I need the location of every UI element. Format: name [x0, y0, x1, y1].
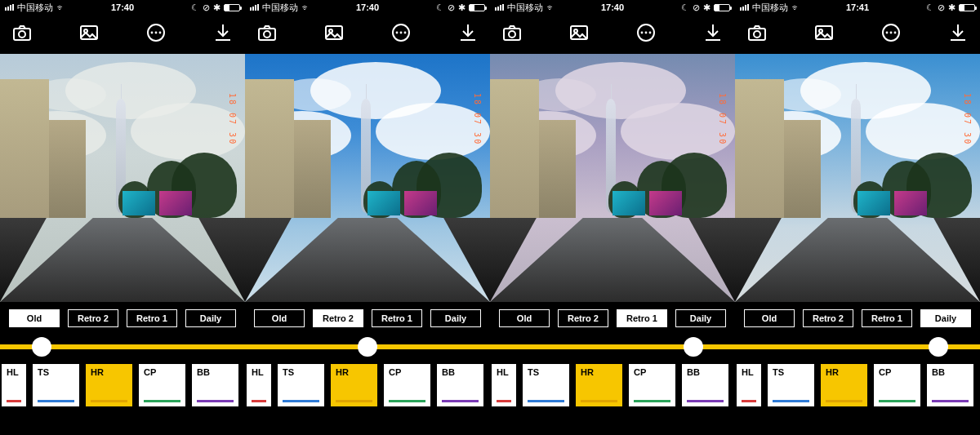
svg-point-1	[19, 31, 25, 38]
effect-hl[interactable]: HL	[247, 364, 271, 406]
preset-retro1[interactable]: Retro 1	[862, 309, 912, 327]
effect-hl[interactable]: HL	[492, 364, 516, 406]
effect-cp[interactable]: CP	[874, 364, 920, 406]
intensity-slider[interactable]	[245, 335, 490, 359]
more-button[interactable]	[390, 22, 412, 47]
download-icon	[457, 22, 479, 43]
preset-daily[interactable]: Daily	[430, 309, 481, 327]
effect-strip[interactable]: HLTSHRCPBB	[490, 359, 735, 411]
camera-icon	[501, 22, 523, 43]
intensity-slider[interactable]	[735, 335, 980, 359]
footer-spacer	[245, 411, 490, 435]
effect-bb[interactable]: BB	[437, 364, 483, 406]
effect-cp[interactable]: CP	[139, 364, 185, 406]
effect-color-bar	[742, 400, 756, 402]
preset-row: OldRetro 2Retro 1Daily	[735, 302, 980, 335]
preset-retro2[interactable]: Retro 2	[68, 309, 118, 327]
slider-thumb[interactable]	[929, 337, 948, 357]
download-button[interactable]	[702, 22, 724, 47]
intensity-slider[interactable]	[0, 335, 245, 359]
effect-ts[interactable]: TS	[278, 364, 324, 406]
clock: 17:40	[245, 2, 490, 12]
effect-strip[interactable]: HLTSHRCPBB	[245, 359, 490, 411]
preset-retro2[interactable]: Retro 2	[313, 309, 363, 327]
effect-hl[interactable]: HL	[2, 364, 26, 406]
effect-hr[interactable]: HR	[576, 364, 622, 406]
effect-bb[interactable]: BB	[927, 364, 973, 406]
gallery-button[interactable]	[813, 22, 835, 47]
effect-color-bar	[932, 400, 969, 402]
download-button[interactable]	[947, 22, 969, 47]
effect-ts[interactable]: TS	[33, 364, 79, 406]
preset-old[interactable]: Old	[499, 309, 550, 327]
effect-hr[interactable]: HR	[331, 364, 377, 406]
top-toolbar	[490, 15, 735, 54]
preset-retro1[interactable]: Retro 1	[372, 309, 422, 327]
camera-button[interactable]	[501, 22, 523, 47]
slider-thumb[interactable]	[358, 337, 377, 357]
battery-icon	[469, 4, 485, 11]
effect-cp[interactable]: CP	[629, 364, 675, 406]
effect-color-bar	[581, 400, 617, 402]
gallery-button[interactable]	[323, 22, 345, 47]
effect-hl[interactable]: HL	[737, 364, 761, 406]
preset-old[interactable]: Old	[254, 309, 305, 327]
intensity-slider[interactable]	[490, 335, 735, 359]
svg-point-9	[264, 31, 270, 38]
camera-button[interactable]	[11, 22, 33, 47]
effect-ts[interactable]: TS	[523, 364, 569, 406]
more-icon	[880, 22, 902, 43]
effect-hr[interactable]: HR	[86, 364, 132, 406]
preset-daily[interactable]: Daily	[675, 309, 726, 327]
effect-label: HR	[581, 367, 594, 377]
download-button[interactable]	[212, 22, 234, 47]
svg-point-6	[155, 32, 158, 34]
effect-strip[interactable]: HLTSHRCPBB	[0, 359, 245, 411]
effect-cp[interactable]: CP	[384, 364, 430, 406]
effect-color-bar	[826, 400, 862, 402]
slider-thumb[interactable]	[32, 337, 51, 357]
effect-label: HL	[7, 367, 19, 377]
effect-hr[interactable]: HR	[821, 364, 867, 406]
slider-thumb[interactable]	[684, 337, 703, 357]
gallery-button[interactable]	[78, 22, 100, 47]
date-stamp: 18 07 30	[473, 93, 482, 145]
preset-retro2[interactable]: Retro 2	[803, 309, 853, 327]
svg-point-29	[886, 32, 889, 34]
effect-color-bar	[687, 400, 724, 402]
footer-spacer	[735, 411, 980, 435]
more-icon	[635, 22, 657, 43]
effect-strip[interactable]: HLTSHRCPBB	[735, 359, 980, 411]
camera-button[interactable]	[746, 22, 768, 47]
effect-bb[interactable]: BB	[682, 364, 728, 406]
battery-icon	[959, 4, 975, 11]
more-icon	[145, 22, 167, 43]
more-button[interactable]	[145, 22, 167, 47]
photo-preview: 18 07 30	[245, 54, 490, 302]
screen-1: 中国移动ᯤ17:40☾⊘✱18 07 30OldRetro 2Retro 1Da…	[245, 0, 490, 435]
more-button[interactable]	[880, 22, 902, 47]
more-button[interactable]	[635, 22, 657, 47]
effect-ts[interactable]: TS	[768, 364, 814, 406]
preset-retro2[interactable]: Retro 2	[558, 309, 608, 327]
preset-daily[interactable]: Daily	[920, 309, 971, 327]
preset-old[interactable]: Old	[9, 309, 60, 327]
effect-label: BB	[932, 367, 945, 377]
preset-old[interactable]: Old	[744, 309, 795, 327]
preset-retro1[interactable]: Retro 1	[617, 309, 667, 327]
date-stamp: 18 07 30	[228, 93, 237, 145]
camera-button[interactable]	[256, 22, 278, 47]
status-bar: 中国移动ᯤ17:40☾⊘✱	[245, 0, 490, 15]
preset-daily[interactable]: Daily	[185, 309, 236, 327]
preset-row: OldRetro 2Retro 1Daily	[0, 302, 245, 335]
screen-0: 中国移动ᯤ17:40☾⊘✱18 07 30OldRetro 2Retro 1Da…	[0, 0, 245, 435]
gallery-button[interactable]	[568, 22, 590, 47]
effect-bb[interactable]: BB	[192, 364, 238, 406]
screen-3: 中国移动ᯤ17:41☾⊘✱18 07 30OldRetro 2Retro 1Da…	[735, 0, 980, 435]
date-stamp: 18 07 30	[963, 93, 972, 145]
clock: 17:40	[490, 2, 735, 12]
effect-color-bar	[497, 400, 511, 402]
preset-retro1[interactable]: Retro 1	[127, 309, 177, 327]
download-button[interactable]	[457, 22, 479, 47]
svg-point-15	[404, 32, 407, 34]
